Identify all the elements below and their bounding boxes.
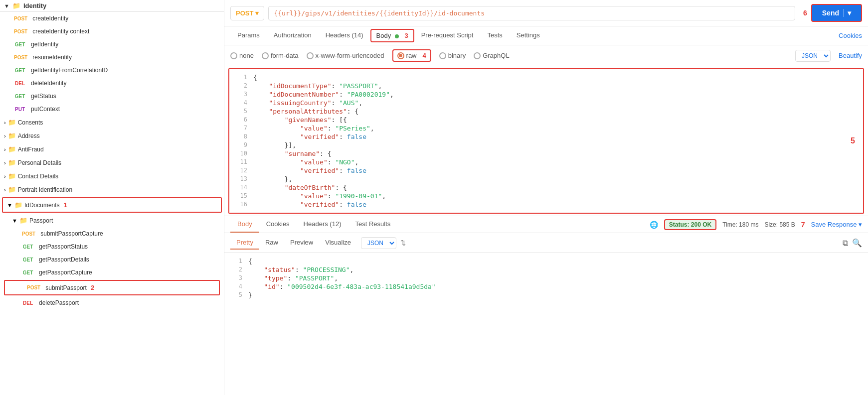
tab-tests[interactable]: Tests <box>480 26 509 45</box>
tab-label: Pre-request Script <box>421 31 474 39</box>
sidebar-section-portraitidentification[interactable]: › 📁 Portrait Identification <box>0 183 224 196</box>
method-select[interactable]: POST ▾ <box>230 6 264 20</box>
radio-raw[interactable]: raw 4 <box>392 49 431 62</box>
save-response-button[interactable]: Save Response ▾ <box>811 221 862 228</box>
chevron-right-icon: › <box>4 146 6 152</box>
sidebar-item-deleteidentity[interactable]: DEL deleteIdentity <box>0 77 224 90</box>
code-line: 9 }], <box>229 141 863 149</box>
folder-icon: 📁 <box>14 201 22 209</box>
response-tab-cookies[interactable]: Cookies <box>259 216 297 233</box>
resp-json-select[interactable]: JSON <box>361 237 396 249</box>
tab-headers[interactable]: Headers (14) <box>319 26 370 45</box>
beautify-button[interactable]: Beautify <box>839 52 862 59</box>
radio-binary[interactable]: binary <box>439 52 466 59</box>
code-line: 11 "value": "NGO", <box>229 158 863 166</box>
folder-icon: 📁 <box>8 172 16 180</box>
tab-params[interactable]: Params <box>230 26 267 45</box>
method-post-badge: POST <box>20 231 37 237</box>
radio-formdata[interactable]: form-data <box>262 52 299 59</box>
radio-none[interactable]: none <box>230 52 254 59</box>
sidebar-section-passport[interactable]: ▼ 📁 Passport <box>0 214 224 227</box>
sidebar-item-getpassportdetails[interactable]: GET getPassportDetails <box>0 253 224 266</box>
radio-label: raw <box>406 52 417 59</box>
send-button[interactable]: Send ▾ <box>811 4 862 22</box>
radio-urlencoded[interactable]: x-www-form-urlencoded <box>307 52 384 59</box>
sidebar-item-getpassportcapture[interactable]: GET getPassportCapture <box>0 266 224 279</box>
json-format-select[interactable]: JSON <box>795 50 831 62</box>
tab-settings[interactable]: Settings <box>510 26 547 45</box>
tab-label: Body <box>237 220 252 228</box>
method-post-badge: POST <box>25 284 42 291</box>
response-format-row: Pretty Raw Preview Visualize JSON ⇅ ⧉ 🔍 <box>224 233 868 253</box>
sidebar-section-consents[interactable]: › 📁 Consents <box>0 116 224 129</box>
sidebar-item-getpassportstatus[interactable]: GET getPassportStatus <box>0 240 224 253</box>
sidebar-item-resumeidentity[interactable]: POST resumeIdentity <box>0 51 224 64</box>
sidebar-item-label: getPassportDetails <box>39 256 89 263</box>
sidebar-section-address[interactable]: › 📁 Address <box>0 129 224 142</box>
send-dropdown-arrow[interactable]: ▾ <box>843 9 851 17</box>
radio-label: form-data <box>271 52 299 59</box>
sidebar-item-putcontext[interactable]: PUT putContext <box>0 103 224 116</box>
response-tab-headers[interactable]: Headers (12) <box>297 216 348 233</box>
radio-graphql[interactable]: GraphQL <box>474 52 509 59</box>
identity-section-header[interactable]: ▼ 📁 Identity <box>0 0 224 12</box>
folder-icon: 📁 <box>8 119 16 126</box>
code-line: 16 "verified": false <box>229 200 863 209</box>
sidebar-item-label: resumeIdentity <box>32 54 72 61</box>
tab-label: Body <box>376 32 391 39</box>
sidebar-section-contactdetails[interactable]: › 📁 Contact Details <box>0 169 224 183</box>
resp-code-line: 5} <box>224 291 868 299</box>
radio-label: x-www-form-urlencoded <box>316 52 384 59</box>
sidebar-item-deletepassport[interactable]: DEL deletePassport <box>0 296 224 309</box>
radio-label: none <box>239 52 254 59</box>
code-line: 4 "issuingCountry": "AUS", <box>229 99 863 107</box>
response-body: 1{ 2 "status": "PROCESSING", 3 "type": "… <box>224 253 868 395</box>
sidebar-section-antifraud[interactable]: › 📁 AntiFraud <box>0 142 224 156</box>
resp-format-visualize[interactable]: Visualize <box>319 236 357 250</box>
chevron-down-icon: ▾ <box>859 221 862 228</box>
method-post-badge: POST <box>12 15 29 22</box>
badge-6: 6 <box>803 9 807 17</box>
sidebar-item-submitpassport[interactable]: POST submitPassport 2 <box>4 280 220 295</box>
code-line: 6 "givenNames": [{ <box>229 116 863 124</box>
cookies-link[interactable]: Cookies <box>839 32 862 39</box>
response-tab-testresults[interactable]: Test Results <box>348 216 397 233</box>
resp-format-raw[interactable]: Raw <box>259 236 284 250</box>
sidebar-section-iddocuments[interactable]: ▼ 📁 IdDocuments 1 <box>2 197 222 213</box>
resp-format-pretty[interactable]: Pretty <box>230 236 259 250</box>
search-icon[interactable]: 🔍 <box>852 238 862 248</box>
tab-prerequest[interactable]: Pre-request Script <box>414 26 481 45</box>
sidebar-item-label: createIdentity context <box>32 28 89 35</box>
folder-icon: 📁 <box>12 2 20 9</box>
sidebar-item-label: deleteIdentity <box>31 80 66 87</box>
url-input[interactable] <box>268 6 795 20</box>
body-active-dot <box>395 34 399 38</box>
method-get-badge: GET <box>12 67 28 74</box>
sidebar-item-label: putContext <box>31 106 60 113</box>
sidebar-item-getidentity[interactable]: GET getIdentity <box>0 38 224 51</box>
sidebar-item-submitpassportcapture[interactable]: POST submitPassportCapture <box>0 227 224 240</box>
resp-format-preview[interactable]: Preview <box>284 236 319 250</box>
tab-label: Cookies <box>266 220 290 228</box>
main-panel: POST ▾ 6 Send ▾ Params Authorization Hea… <box>224 0 868 395</box>
sidebar-item-createidentitycontext[interactable]: POST createIdentity context <box>0 25 224 38</box>
code-line: 8 "verified": false <box>229 132 863 141</box>
sidebar-item-getstatus[interactable]: GET getStatus <box>0 90 224 103</box>
sidebar-section-personaldetails[interactable]: › 📁 Personal Details <box>0 156 224 169</box>
tab-label: Headers (14) <box>326 31 363 39</box>
request-body-editor[interactable]: 5 1{ 2 "idDocumentType": "PASSPORT", 3 "… <box>228 68 864 214</box>
radio-circle-graphql <box>474 52 481 59</box>
tab-authorization[interactable]: Authorization <box>267 26 319 45</box>
sidebar-item-createidentity[interactable]: POST createIdentity <box>0 12 224 25</box>
sort-icon[interactable]: ⇅ <box>400 239 406 247</box>
sidebar-item-getidentityfromcorrelationid[interactable]: GET getIdentityFromCorrelationID <box>0 64 224 77</box>
response-tab-body[interactable]: Body <box>230 216 259 233</box>
method-get-badge: GET <box>20 269 36 276</box>
code-line: 15 "value": "1990-09-01", <box>229 192 863 200</box>
send-label: Send <box>822 9 839 17</box>
sidebar-item-label: createIdentity <box>32 15 68 22</box>
copy-icon[interactable]: ⧉ <box>843 239 848 248</box>
tab-body[interactable]: Body 3 <box>370 29 414 42</box>
method-del-badge: DEL <box>20 300 36 306</box>
save-response-label: Save Response <box>811 221 857 228</box>
